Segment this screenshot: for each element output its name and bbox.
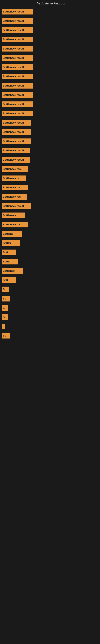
bar-row: Bott	[0, 277, 100, 283]
bar-row: Bottleneck resu	[0, 166, 100, 172]
bottleneck-bar[interactable]: Bottleneck result	[1, 64, 33, 70]
bar-row: Bottleneck result	[0, 55, 100, 61]
bottleneck-bar[interactable]: Bottleneck result	[1, 46, 33, 52]
bottleneck-bar[interactable]: Bottleneck resu	[1, 166, 28, 172]
bar-row: Bottleneck result	[0, 157, 100, 162]
bar-row: B	[0, 314, 100, 320]
bottleneck-bar[interactable]: Bo	[1, 296, 10, 302]
bottleneck-bar[interactable]: Bottleneck result	[1, 74, 33, 79]
bottleneck-bar[interactable]: Bott	[1, 277, 16, 283]
bar-row: Bottleneck r	[0, 212, 100, 218]
bar-row: Bottleneck result	[0, 37, 100, 42]
bottleneck-bar[interactable]: Bottleneck res	[1, 194, 27, 200]
bottleneck-bar[interactable]: B	[1, 305, 8, 311]
bar-row: |	[0, 324, 100, 329]
bar-row: Bott	[0, 250, 100, 255]
bar-row: Bottlenec	[0, 268, 100, 274]
bottleneck-bar[interactable]: Bottleneck result	[1, 9, 33, 14]
bar-row: Bottler	[0, 240, 100, 246]
bar-row: B	[0, 305, 100, 311]
bar-row: Bottleneck result	[0, 129, 100, 135]
bar-row: Bottleneck result	[0, 46, 100, 52]
bar-row: Bottleneck result	[0, 27, 100, 33]
bottleneck-bar[interactable]: Bottleneck result	[1, 83, 33, 88]
bottleneck-bar[interactable]: Bottleneck result	[1, 157, 30, 162]
bar-row: Bottleneck result	[0, 102, 100, 107]
bar-row: Bottleneck result	[0, 120, 100, 126]
bar-row: Bottleneck result	[0, 18, 100, 24]
site-title: TheBottlenecker.com	[0, 0, 100, 7]
bar-row: Bo	[0, 296, 100, 302]
bar-row: Bottleneck resu	[0, 222, 100, 228]
bottleneck-bar[interactable]: Bott	[1, 250, 16, 255]
bottleneck-bar[interactable]: Bo	[1, 333, 10, 338]
bar-row: Bottleneck result	[0, 74, 100, 79]
bar-row: Bottlene	[0, 231, 100, 237]
bottleneck-bar[interactable]: Bottleneck result	[1, 92, 33, 98]
bottleneck-bar[interactable]: Bottleneck r	[1, 212, 25, 218]
bar-row: Bottleneck result	[0, 92, 100, 98]
bottleneck-bar[interactable]: |	[1, 324, 5, 329]
bottleneck-bar[interactable]: Bottleneck result	[1, 111, 33, 116]
bar-row: Bottleneck result	[0, 111, 100, 116]
bottleneck-bar[interactable]: Bottlene	[1, 231, 22, 237]
bar-row: Bottle	[0, 259, 100, 264]
bottleneck-bar[interactable]: Bottleneck result	[1, 129, 31, 135]
bottleneck-bar[interactable]: Bottleneck result	[1, 120, 31, 126]
bottleneck-bar[interactable]: Bottleneck result	[1, 138, 31, 144]
bottleneck-bar[interactable]: Bottleneck resu	[1, 222, 28, 228]
bottleneck-bar[interactable]: Bottleneck result	[1, 27, 33, 33]
bottleneck-bar[interactable]: Bottleneck result	[1, 203, 31, 209]
bar-row: Bo	[0, 333, 100, 338]
bottleneck-bar[interactable]: Bottleneck resu	[1, 185, 28, 190]
bottleneck-bar[interactable]: B	[1, 286, 9, 292]
bar-row: Bottleneck res	[0, 194, 100, 200]
bottleneck-bar[interactable]: Bottle	[1, 259, 18, 264]
bottleneck-bar[interactable]: Bottleneck result	[1, 55, 33, 61]
bar-row: B	[0, 286, 100, 292]
bar-row: Bottleneck result	[0, 83, 100, 88]
bottleneck-bar[interactable]: Bottlenec	[1, 268, 23, 274]
bottleneck-bar[interactable]: B	[1, 314, 8, 320]
bar-row: Bottleneck result	[0, 64, 100, 70]
bottleneck-bar[interactable]: Bottleneck re	[1, 176, 26, 181]
bar-row: Bottleneck result	[0, 203, 100, 209]
bottleneck-bar[interactable]: Bottleneck result	[1, 37, 33, 42]
bottleneck-bar[interactable]: Bottleneck result	[1, 148, 30, 153]
bar-row: Bottleneck re	[0, 176, 100, 181]
bottleneck-bar[interactable]: Bottleneck result	[1, 102, 33, 107]
bottleneck-bar[interactable]: Bottleneck result	[1, 18, 33, 24]
bars-container: Bottleneck resultBottleneck resultBottle…	[0, 7, 100, 344]
bar-row: Bottleneck resu	[0, 185, 100, 190]
bar-row: Bottleneck result	[0, 138, 100, 144]
bottleneck-bar[interactable]: Bottler	[1, 240, 20, 246]
bar-row: Bottleneck result	[0, 9, 100, 14]
bar-row: Bottleneck result	[0, 148, 100, 153]
